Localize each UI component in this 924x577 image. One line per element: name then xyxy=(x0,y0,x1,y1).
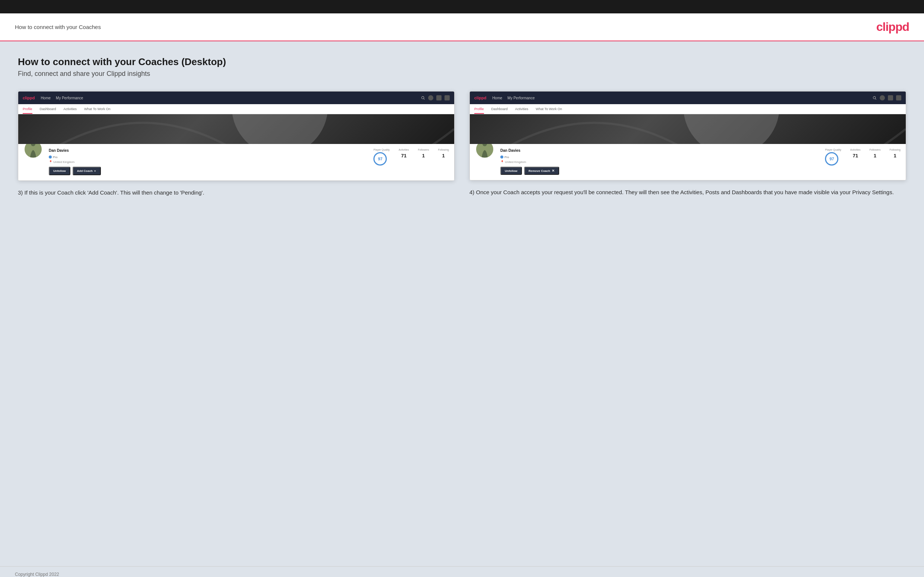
right-badge-label: Pro xyxy=(504,155,509,159)
left-settings-icon xyxy=(436,95,441,100)
right-following-label: Following xyxy=(889,148,901,151)
left-player-badge: Pro xyxy=(49,155,57,159)
right-activities-value: 71 xyxy=(853,153,858,158)
left-column: clippd Home My Performance Profile xyxy=(18,91,454,197)
left-tab-dashboard[interactable]: Dashboard xyxy=(40,104,56,114)
right-stat-followers: Followers 1 xyxy=(869,148,880,159)
right-stat-following: Following 1 xyxy=(889,148,901,159)
left-profile-info: Dan Davies Pro 📍 United Kingdom Unfollow… xyxy=(49,147,367,175)
left-player-location: 📍 United Kingdom xyxy=(49,160,367,164)
page-subheading: Find, connect and share your Clippd insi… xyxy=(18,70,906,78)
left-player-name: Dan Davies xyxy=(49,148,367,153)
right-mock-banner xyxy=(470,114,906,144)
left-quality-circle: 97 xyxy=(373,152,387,166)
top-bar xyxy=(0,0,924,13)
left-globe-icon xyxy=(444,95,450,100)
right-profile-info: Dan Davies Pro 📍 United Kingdom Unfollow… xyxy=(500,147,819,175)
right-mockup: clippd Home My Performance Profile xyxy=(470,91,906,181)
right-stat-activities: Activities 71 xyxy=(850,148,861,159)
right-tab-dashboard[interactable]: Dashboard xyxy=(491,104,508,114)
right-nav-my-performance: My Performance xyxy=(507,96,535,100)
right-tab-activities[interactable]: Activities xyxy=(515,104,529,114)
right-remove-coach-button[interactable]: Remove Coach ✕ xyxy=(524,167,559,175)
left-following-label: Following xyxy=(438,148,449,151)
right-mock-tabs: Profile Dashboard Activities What To Wor… xyxy=(470,104,906,114)
right-following-value: 1 xyxy=(894,153,897,158)
left-followers-value: 1 xyxy=(422,153,425,158)
svg-line-4 xyxy=(875,98,876,99)
left-tab-activities[interactable]: Activities xyxy=(64,104,77,114)
copyright: Copyright Clippd 2022 xyxy=(15,572,59,577)
left-nav-my-performance: My Performance xyxy=(56,96,83,100)
left-following-value: 1 xyxy=(442,153,445,158)
left-mock-banner xyxy=(18,114,454,144)
left-mock-navbar: clippd Home My Performance xyxy=(18,92,454,104)
left-mock-profile: Dan Davies Pro 📍 United Kingdom Unfollow… xyxy=(18,144,454,181)
left-nav-home: Home xyxy=(40,96,51,100)
left-stat-following: Following 1 xyxy=(438,148,449,159)
header: How to connect with your Coaches clippd xyxy=(0,13,924,41)
right-search-icon xyxy=(872,96,877,100)
right-stat-quality: Player Quality 97 xyxy=(825,148,842,166)
right-followers-value: 1 xyxy=(874,153,876,158)
left-activities-label: Activities xyxy=(399,148,409,151)
svg-line-1 xyxy=(424,98,425,99)
right-mock-profile: Dan Davies Pro 📍 United Kingdom Unfollow… xyxy=(470,144,906,180)
right-mock-nav-items: Home My Performance xyxy=(492,96,867,100)
right-mock-navbar: clippd Home My Performance xyxy=(470,92,906,104)
right-close-icon: ✕ xyxy=(552,169,555,172)
svg-point-0 xyxy=(422,96,424,98)
left-mock-nav-items: Home My Performance xyxy=(40,96,415,100)
left-search-icon xyxy=(421,96,425,100)
left-activities-value: 71 xyxy=(401,153,406,158)
left-followers-label: Followers xyxy=(418,148,429,151)
columns: clippd Home My Performance Profile xyxy=(18,91,906,197)
left-description: 3) If this is your Coach click 'Add Coac… xyxy=(18,188,454,197)
left-quality-label: Player Quality xyxy=(373,148,390,151)
right-tab-profile[interactable]: Profile xyxy=(474,104,484,114)
footer: Copyright Clippd 2022 xyxy=(0,566,924,577)
right-mock-nav-icons xyxy=(872,95,901,100)
left-mockup: clippd Home My Performance Profile xyxy=(18,91,454,181)
left-person-icon xyxy=(428,95,433,100)
header-title: How to connect with your Coaches xyxy=(15,24,101,30)
left-mock-nav-icons xyxy=(421,95,450,100)
left-unfollow-button[interactable]: Unfollow xyxy=(49,167,70,175)
left-mock-logo: clippd xyxy=(23,96,35,100)
right-unfollow-button[interactable]: Unfollow xyxy=(500,167,522,175)
right-mock-logo: clippd xyxy=(474,96,486,100)
right-settings-icon xyxy=(888,95,893,100)
right-followers-label: Followers xyxy=(869,148,880,151)
left-mock-tabs: Profile Dashboard Activities What To Wor… xyxy=(18,104,454,114)
left-stat-activities: Activities 71 xyxy=(399,148,409,159)
left-add-coach-button[interactable]: Add Coach ＋ xyxy=(73,167,101,175)
right-quality-circle: 97 xyxy=(825,152,838,166)
left-mock-buttons: Unfollow Add Coach ＋ xyxy=(49,167,367,175)
right-column: clippd Home My Performance Profile xyxy=(470,91,906,197)
page-heading: How to connect with your Coaches (Deskto… xyxy=(18,56,906,68)
svg-point-3 xyxy=(873,96,875,98)
right-mock-buttons: Unfollow Remove Coach ✕ xyxy=(500,167,819,175)
right-globe-icon xyxy=(896,95,901,100)
right-activities-label: Activities xyxy=(850,148,861,151)
left-stat-followers: Followers 1 xyxy=(418,148,429,159)
left-add-icon: ＋ xyxy=(94,169,97,173)
left-badge-dot xyxy=(49,155,52,158)
logo: clippd xyxy=(876,20,909,34)
right-person-icon xyxy=(880,95,885,100)
main-content: How to connect with your Coaches (Deskto… xyxy=(0,41,924,566)
left-stat-quality: Player Quality 97 xyxy=(373,148,390,166)
right-nav-home: Home xyxy=(492,96,502,100)
left-badge-label: Pro xyxy=(53,155,57,159)
right-player-badge: Pro xyxy=(500,155,509,159)
left-tab-what-to-work-on[interactable]: What To Work On xyxy=(84,104,111,114)
right-badge-dot xyxy=(500,155,503,158)
right-banner-overlay xyxy=(470,114,906,144)
left-banner-overlay xyxy=(18,114,454,144)
right-mock-stats: Player Quality 97 Activities 71 Follower… xyxy=(825,147,901,166)
left-mock-stats: Player Quality 97 Activities 71 Follower… xyxy=(373,147,449,166)
left-tab-profile[interactable]: Profile xyxy=(23,104,32,114)
right-tab-what-to-work-on[interactable]: What To Work On xyxy=(536,104,562,114)
right-quality-label: Player Quality xyxy=(825,148,842,151)
right-player-location: 📍 United Kingdom xyxy=(500,160,819,164)
